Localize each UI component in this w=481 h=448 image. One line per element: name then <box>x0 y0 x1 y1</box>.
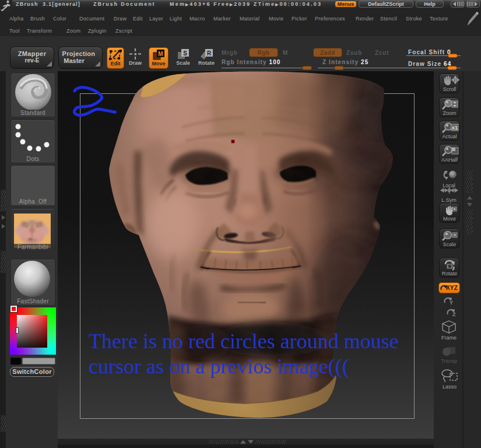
svg-text:x1: x1 <box>452 125 458 131</box>
svg-text:S: S <box>183 50 187 57</box>
svg-text:There is no red circles around: There is no red circles around mouse <box>89 330 399 353</box>
svg-text:Y: Y <box>450 300 453 306</box>
svg-text:cursor as on a previos image((: cursor as on a previos image((( <box>89 355 349 378</box>
svg-text:Z: Z <box>452 312 456 317</box>
svg-text:S: S <box>444 170 447 175</box>
svg-text:R: R <box>207 50 212 57</box>
svg-text:M: M <box>158 51 163 57</box>
